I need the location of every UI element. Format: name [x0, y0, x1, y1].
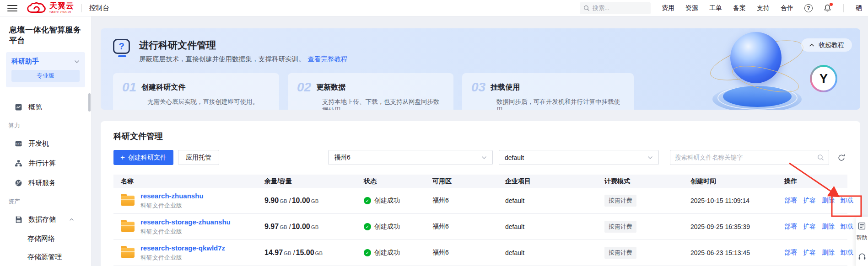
app-hosting-button[interactable]: 应用托管 — [178, 150, 219, 165]
table-row[interactable]: research-zhuanshu 科研文件企业版 9.90GB/10.00GB… — [113, 188, 847, 214]
column-header-状态: 状态 — [364, 177, 432, 186]
project-cell: default — [505, 223, 604, 230]
sidebar-item-科研服务[interactable]: 科研服务 — [0, 173, 91, 193]
region-select[interactable]: 福州6 — [328, 150, 493, 165]
form-icon[interactable] — [858, 222, 866, 230]
brand-logo[interactable]: 天翼云 State Cloud — [27, 2, 74, 14]
capacity-cell: 14.97GB/15.00GB — [264, 249, 364, 257]
action-删除[interactable]: 删除 — [822, 197, 835, 205]
action-部署[interactable]: 部署 — [784, 249, 797, 257]
full-tutorial-link[interactable]: 查看完整教程 — [308, 55, 348, 63]
action-删除[interactable]: 删除 — [822, 249, 835, 257]
header-nav: 费用资源工单备案支持合作 — [662, 4, 793, 12]
tutorial-banner: ? 进行科研文件管理 屏蔽底层技术，直接创建并使用数据集，支撑科研实训。查看完整… — [101, 28, 860, 110]
step-number: 01 — [122, 81, 136, 94]
nav-item-工单[interactable]: 工单 — [709, 4, 722, 12]
action-扩容[interactable]: 扩容 — [803, 249, 816, 257]
column-header-操作: 操作 — [784, 177, 847, 186]
help-widget[interactable]: 帮助 — [856, 217, 868, 266]
billing-tag: 按需计费 — [604, 221, 636, 233]
parallel-computing-icon — [15, 160, 22, 167]
tutorial-steps: 01创建科研文件无需关心底层实现，直接创建即可使用。02更新数据支持本地上传、下… — [113, 73, 860, 110]
chevron-up-icon — [809, 43, 814, 47]
edition-badge[interactable]: 专业版 — [11, 70, 80, 82]
menu-icon[interactable] — [7, 5, 17, 11]
action-部署[interactable]: 部署 — [784, 197, 797, 205]
collapse-tutorial-button[interactable]: 收起教程 — [801, 38, 852, 52]
action-部署[interactable]: 部署 — [784, 223, 797, 231]
create-file-button[interactable]: + 创建科研文件 — [113, 150, 173, 165]
sidebar-item-并行计算[interactable]: 并行计算 — [0, 154, 91, 173]
svg-text:</>: </> — [16, 142, 22, 146]
truncated-menu-item[interactable]: 硒 — [856, 4, 862, 12]
notification-badge — [830, 3, 833, 6]
global-search-input[interactable] — [593, 5, 643, 11]
table-body: research-zhuanshu 科研文件企业版 9.90GB/10.00GB… — [113, 188, 847, 266]
folder-icon — [121, 196, 135, 206]
nav-item-费用[interactable]: 费用 — [662, 4, 674, 12]
nav-item-备案[interactable]: 备案 — [733, 4, 746, 12]
action-删除[interactable]: 删除 — [822, 223, 835, 231]
sidebar-item-开发机[interactable]: </>开发机 — [0, 134, 91, 154]
sidebar-subitem-存储网络[interactable]: 存储网络 — [0, 229, 91, 248]
success-check-icon: ✓ — [364, 197, 371, 204]
sidebar-scrollbar[interactable] — [88, 93, 91, 112]
plus-icon: + — [120, 154, 125, 161]
sidebar-section-算力: 算力 — [0, 117, 91, 134]
refresh-icon[interactable] — [836, 152, 847, 164]
file-search-input[interactable] — [675, 154, 817, 161]
headset-icon[interactable] — [858, 253, 866, 261]
row-actions: 部署扩容删除卸载 — [784, 223, 853, 231]
search-icon — [583, 5, 590, 11]
cloud-logo-icon — [27, 2, 46, 14]
nav-item-合作[interactable]: 合作 — [781, 4, 793, 12]
global-search[interactable] — [580, 2, 651, 14]
brand-subtitle: State Cloud — [49, 11, 74, 14]
folder-icon — [121, 248, 135, 258]
banner-subtitle: 屏蔽底层技术，直接创建并使用数据集，支撑科研实训。查看完整教程 — [139, 55, 348, 64]
data-storage-icon — [15, 216, 22, 223]
sidebar-subitem-存储源管理[interactable]: 存储源管理 — [0, 248, 91, 266]
step-title: 创建科研文件 — [141, 83, 185, 92]
action-卸载[interactable]: 卸载 — [841, 197, 853, 205]
table-row[interactable]: research-storage-zhuanshu 科研文件企业版 9.97GB… — [113, 214, 847, 240]
product-name: 科研助手 — [11, 57, 39, 66]
action-卸载[interactable]: 卸载 — [841, 249, 853, 257]
nav-item-支持[interactable]: 支持 — [757, 4, 770, 12]
console-label[interactable]: 控制台 — [89, 4, 109, 12]
action-扩容[interactable]: 扩容 — [803, 197, 816, 205]
column-header-余量/容量: 余量/容量 — [264, 177, 364, 186]
file-name-link[interactable]: research-storage-qkwld7z — [140, 244, 225, 252]
table-header: 名称余量/容量状态可用区企业项目计费模式创建时间操作 — [113, 175, 847, 188]
action-卸载[interactable]: 卸载 — [841, 223, 853, 231]
divider — [843, 4, 844, 12]
column-header-企业项目: 企业项目 — [505, 177, 604, 186]
question-box-icon: ? — [113, 39, 131, 64]
zone-cell: 福州6 — [432, 223, 505, 231]
capacity-cell: 9.97GB/10.00GB — [264, 223, 364, 231]
zone-cell: 福州6 — [432, 249, 505, 257]
file-search[interactable] — [670, 150, 829, 165]
product-selector[interactable]: 科研助手 — [11, 57, 80, 66]
step-description: 支持本地上传、下载，也支持从网盘同步数据使用。 — [322, 98, 444, 110]
project-select[interactable]: default — [499, 150, 659, 165]
billing-tag: 按需计费 — [604, 247, 636, 259]
help-circle-icon[interactable]: ? — [804, 4, 813, 12]
bell-icon[interactable] — [824, 4, 831, 12]
top-bar: 天翼云 State Cloud 控制台 费用资源工单备案支持合作 ? 硒 — [0, 0, 868, 16]
search-icon[interactable] — [817, 154, 824, 161]
success-check-icon: ✓ — [364, 249, 371, 256]
table-row[interactable]: research-storage-qkwld7z 科研文件企业版 14.97GB… — [113, 240, 847, 266]
sidebar-item-概览[interactable]: 概览 — [0, 97, 91, 117]
chevron-down-icon — [647, 156, 653, 160]
nav-item-资源[interactable]: 资源 — [685, 4, 698, 12]
file-name-link[interactable]: research-zhuanshu — [140, 192, 204, 200]
project-cell: default — [505, 249, 604, 256]
action-扩容[interactable]: 扩容 — [803, 223, 816, 231]
sidebar-item-数据存储[interactable]: 数据存储 — [0, 210, 91, 229]
column-header-创建时间: 创建时间 — [690, 177, 784, 186]
step-number: 03 — [471, 81, 485, 94]
tutorial-step-02: 02更新数据支持本地上传、下载，也支持从网盘同步数据使用。 — [288, 73, 453, 110]
row-actions: 部署扩容删除卸载 — [784, 197, 853, 205]
file-name-link[interactable]: research-storage-zhuanshu — [140, 218, 231, 226]
